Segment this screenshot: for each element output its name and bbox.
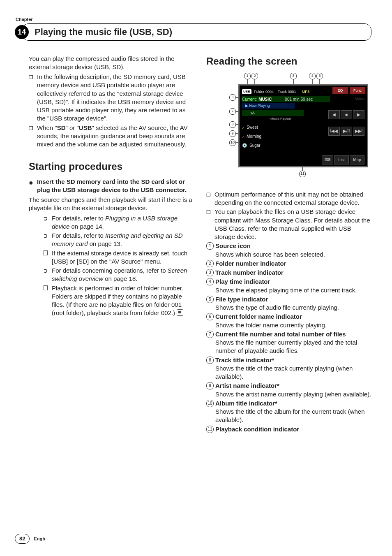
bullet-icon: ❐ <box>206 208 214 241</box>
callout-3: 3 <box>290 73 297 79</box>
callout-7: 7 <box>229 108 236 115</box>
screen-diagram: 1 2 3 4 5 6 7 8 9 10 11 USB Folder 0004 … <box>209 72 369 183</box>
play-time: 001 min 59 sec <box>285 97 313 102</box>
item-num-icon: 1 <box>206 242 214 250</box>
step-after: The source changes and then playback wil… <box>29 196 194 213</box>
file-type: MP3 <box>302 89 310 94</box>
bullet-icon: ❐ <box>43 284 52 317</box>
end-section-icon <box>177 309 183 316</box>
step-bullet-icon: ● <box>29 178 37 195</box>
eq-button[interactable]: EQ <box>332 87 348 94</box>
stop-button[interactable]: ■ <box>341 110 352 119</box>
indicator-item-3: 3Track number indicator <box>206 269 371 277</box>
chapter-header: 14 Playing the music file (USB, SD) <box>15 23 371 41</box>
item-num-icon: 6 <box>206 313 214 320</box>
ref-arrow-icon: ➲ <box>43 214 52 231</box>
bullet-icon: ❐ <box>43 249 52 266</box>
callout-10: 10 <box>229 139 236 146</box>
item-num-icon: 11 <box>206 426 214 433</box>
indicator-item-7: 7Current file number and total number of… <box>206 330 371 355</box>
track-title: Sweet <box>247 125 258 130</box>
ref-3: ➲ For details concerning operations, ref… <box>43 266 194 283</box>
next-button[interactable]: ▶▶I <box>353 127 364 136</box>
ref-arrow-icon: ➲ <box>43 266 52 283</box>
indicator-item-11: 11Playback condition indicator <box>206 425 371 433</box>
ff-button[interactable]: ▶ <box>353 110 364 119</box>
media-repeat: Media Repeat <box>270 117 291 121</box>
callout-4: 4 <box>309 73 316 79</box>
indicator-item-1: 1Source iconShows which source has been … <box>206 242 371 259</box>
step-lead: ● Insert the SD memory card into the SD … <box>29 178 194 195</box>
ref-1: ➲ For details, refer to Plugging in a US… <box>43 214 194 231</box>
lang-code: Engb <box>34 536 45 542</box>
usb-badge: USB <box>242 89 251 95</box>
callout-5: 5 <box>316 73 323 79</box>
item-num-icon: 4 <box>206 278 214 285</box>
video-indicator: → Video <box>350 96 364 101</box>
album-title: Sugar <box>249 143 261 148</box>
right-column: Reading the screen 1 2 3 4 5 6 7 8 9 10 … <box>206 55 371 434</box>
callout-6: 6 <box>229 94 236 101</box>
indicator-item-10: 10Album title indicator*Shows the title … <box>206 399 371 424</box>
indicator-item-4: 4Play time indicatorShows the elapsed pl… <box>206 278 371 294</box>
keyboard-button[interactable]: ⌨ <box>322 155 333 164</box>
sub-note-set: ❐ If the external storage device is alre… <box>43 249 194 266</box>
item-num-icon: 9 <box>206 382 214 389</box>
chapter-label: Chapter <box>16 16 371 23</box>
ref-arrow-icon: ➲ <box>43 232 52 248</box>
item-num-icon: 7 <box>206 331 214 338</box>
reading-screen-heading: Reading the screen <box>206 55 371 68</box>
item-num-icon: 3 <box>206 269 214 276</box>
now-playing: ▶ Now Playing <box>242 103 295 109</box>
indicator-item-9: 9Artist name indicator*Shows the artist … <box>206 382 371 398</box>
page-number: 82 <box>15 534 30 544</box>
page-footer: 82 Engb <box>15 534 45 544</box>
bullet-icon: ❐ <box>29 73 37 123</box>
folder-indicator: Folder 0004 <box>254 89 274 94</box>
note-1: ❐ In the following description, the SD m… <box>29 73 194 123</box>
play-pause-button[interactable]: ▶/II <box>341 127 352 136</box>
item-num-icon: 2 <box>206 260 214 267</box>
current-label: Current: <box>242 97 257 102</box>
track-indicator: Track 0001 <box>278 89 296 94</box>
screen-mock: USB Folder 0004 Track 0001 MP3 EQ Func C… <box>238 84 368 167</box>
indicator-item-8: 8Track title indicator*Shows the title o… <box>206 356 371 381</box>
rew-button[interactable]: ◀ <box>328 110 340 119</box>
right-note-2: ❐ You can playback the files on a USB st… <box>206 208 371 241</box>
title-pill: Playing the music file (USB, SD) <box>22 23 371 41</box>
item-num-icon: 10 <box>206 400 214 407</box>
list-button[interactable]: List <box>334 155 349 164</box>
note-2: ❐ When "SD" or "USB" selected as the AV … <box>29 124 194 149</box>
map-button[interactable]: Map <box>350 155 364 164</box>
item-num-icon: 8 <box>206 357 214 364</box>
indicator-item-5: 5File type indicatorShows the type of au… <box>206 295 371 312</box>
right-note-1: ❐ Optimum performance of this unit may n… <box>206 190 371 207</box>
artist-name: Morning <box>247 134 261 139</box>
chapter-title: Playing the music file (USB, SD) <box>35 27 172 37</box>
bullet-icon: ❐ <box>206 190 214 207</box>
bullet-icon: ❐ <box>29 124 37 149</box>
sub-note-playback: ❐ Playback is performed in order of fold… <box>43 284 194 317</box>
current-folder: MUSIC <box>258 97 272 102</box>
starting-procedures-heading: Starting procedures <box>29 160 194 173</box>
progress-indicator: 1/9 <box>242 110 304 116</box>
callout-1: 1 <box>244 73 251 79</box>
indicator-item-6: 6Current folder name indicatorShows the … <box>206 313 371 329</box>
left-column: You can play the compressed audio files … <box>15 55 194 434</box>
callout-8: 8 <box>229 121 236 128</box>
callout-2: 2 <box>251 73 258 79</box>
indicator-item-2: 2Folder number indicator <box>206 259 371 268</box>
intro-text: You can play the compressed audio files … <box>29 55 194 72</box>
ref-2: ➲ For details, refer to Inserting and ej… <box>43 232 194 248</box>
callout-11: 11 <box>299 171 306 177</box>
item-num-icon: 5 <box>206 296 214 303</box>
callout-9: 9 <box>229 130 236 137</box>
func-button[interactable]: Func <box>350 87 365 94</box>
prev-button[interactable]: I◀◀ <box>328 127 340 136</box>
